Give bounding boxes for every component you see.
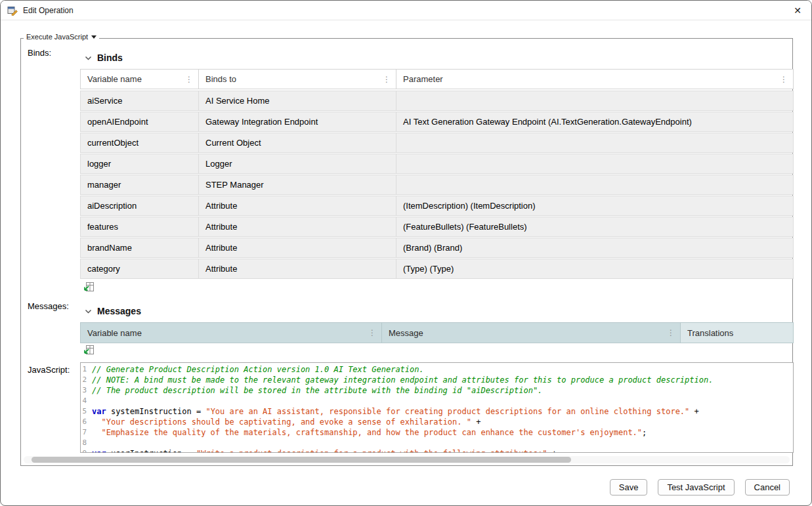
cell-variable[interactable]: openAIEndpoint (80, 112, 199, 132)
table-row[interactable]: currentObjectCurrent Object (80, 133, 794, 153)
cell-parameter[interactable]: (ItemDescription) (ItemDescription) (396, 196, 794, 216)
column-menu-icon[interactable]: ⋮ (776, 75, 788, 84)
close-icon[interactable]: ✕ (788, 2, 807, 19)
editor-line[interactable]: 7 "Emphasize the quality of the material… (81, 427, 793, 438)
code-text: var systemInstruction = "You are an AI a… (92, 406, 699, 417)
test-javascript-button[interactable]: Test JavaScript (658, 479, 734, 495)
cell-binds_to[interactable]: Logger (199, 154, 396, 174)
binds-column-header[interactable]: Binds to⋮ (199, 69, 396, 89)
cell-variable[interactable]: features (80, 217, 199, 237)
table-row[interactable]: aiDescriptionAttribute(ItemDescription) … (80, 196, 794, 216)
messages-column-header[interactable]: Message⋮ (382, 322, 681, 343)
cell-parameter[interactable]: AI Text Generation Gateway Endpoint (AI.… (396, 112, 794, 132)
editor-line[interactable]: 4 (81, 396, 793, 406)
column-menu-icon[interactable]: ⋮ (364, 328, 376, 337)
binds-column-header[interactable]: Parameter⋮ (396, 69, 794, 89)
line-number: 9 (81, 448, 92, 453)
cell-variable[interactable]: aiService (80, 91, 199, 111)
table-row[interactable]: featuresAttribute(FeatureBullets) (Featu… (80, 217, 794, 237)
chevron-down-icon (91, 35, 96, 39)
editor-line[interactable]: 9var userInstruction = "Write a product … (81, 448, 793, 453)
edit-operation-dialog: Edit Operation ✕ Execute JavaScript Bind… (0, 0, 812, 506)
cell-parameter[interactable] (396, 91, 794, 111)
cell-variable[interactable]: manager (80, 175, 199, 195)
code-text: // Generate Product Description Action v… (92, 364, 424, 375)
messages-section-toggle[interactable]: Messages (85, 306, 141, 316)
table-row[interactable]: categoryAttribute(Type) (Type) (80, 259, 794, 279)
cell-parameter[interactable]: (Type) (Type) (396, 259, 794, 279)
column-menu-icon[interactable]: ⋮ (663, 328, 675, 337)
binds-field-label: Binds: (28, 48, 51, 58)
cell-binds_to[interactable]: STEP Manager (199, 175, 396, 195)
cell-binds_to[interactable]: Attribute (199, 238, 396, 258)
cancel-button[interactable]: Cancel (745, 479, 790, 495)
column-header-label: Binds to (205, 74, 236, 84)
operation-type-dropdown[interactable]: Execute JavaScript (24, 33, 99, 41)
table-row[interactable]: loggerLogger (80, 154, 794, 174)
line-number: 8 (81, 438, 92, 448)
window-title: Edit Operation (23, 6, 74, 15)
cell-binds_to[interactable]: Attribute (199, 217, 396, 237)
editor-line[interactable]: 6 "Your descriptions should be captivati… (81, 417, 793, 427)
javascript-editor[interactable]: 1// Generate Product Description Action … (80, 362, 794, 453)
line-number: 7 (81, 427, 92, 438)
binds-section-toggle[interactable]: Binds (85, 53, 123, 63)
chevron-down-icon (85, 309, 92, 314)
line-number: 1 (81, 364, 92, 375)
binds-table-header: Variable name⋮Binds to⋮Parameter⋮ (80, 69, 794, 89)
line-number: 3 (81, 385, 92, 396)
line-number: 2 (81, 375, 92, 385)
messages-column-header[interactable]: Variable name⋮ (80, 322, 382, 343)
cell-binds_to[interactable]: AI Service Home (199, 91, 396, 111)
open-table-editor-icon[interactable] (83, 282, 95, 293)
code-text: // NOTE: A bind must be made to the rele… (92, 375, 713, 385)
cell-binds_to[interactable]: Attribute (199, 259, 396, 279)
cell-binds_to[interactable]: Gateway Integration Endpoint (199, 112, 396, 132)
table-row[interactable]: aiServiceAI Service Home (80, 91, 794, 111)
editor-line[interactable]: 8 (81, 438, 793, 448)
code-text (92, 396, 96, 406)
cell-parameter[interactable] (396, 154, 794, 174)
table-row[interactable]: managerSTEP Manager (80, 175, 794, 195)
editor-line[interactable]: 3// The product description will be stor… (81, 385, 793, 396)
footer: Save Test JavaScript Cancel (610, 479, 790, 495)
editor-line[interactable]: 1// Generate Product Description Action … (81, 364, 793, 375)
save-button[interactable]: Save (610, 479, 648, 495)
table-row[interactable]: openAIEndpointGateway Integration Endpoi… (80, 112, 794, 132)
column-header-label: Variable name (87, 328, 142, 338)
column-menu-icon[interactable]: ⋮ (379, 75, 391, 84)
cell-variable[interactable]: logger (80, 154, 199, 174)
binds-section-title: Binds (97, 53, 123, 63)
code-text: "Emphasize the quality of the materials,… (92, 427, 647, 438)
cell-parameter[interactable] (396, 133, 794, 153)
chevron-down-icon (85, 56, 92, 60)
operation-panel: Execute JavaScript Binds: Messages: Java… (20, 38, 793, 466)
messages-field-label: Messages: (28, 301, 69, 311)
cell-variable[interactable]: category (80, 259, 199, 279)
table-row[interactable]: brandNameAttribute(Brand) (Brand) (80, 238, 794, 258)
line-number: 4 (81, 396, 92, 406)
column-menu-icon[interactable]: ⋮ (181, 75, 193, 84)
editor-line[interactable]: 5var systemInstruction = "You are an AI … (81, 406, 793, 417)
cell-binds_to[interactable]: Current Object (199, 133, 396, 153)
scrollbar-thumb[interactable] (32, 457, 571, 463)
cell-parameter[interactable]: (FeatureBullets) (FeatureBullets) (396, 217, 794, 237)
column-header-label: Translations (687, 328, 733, 338)
editor-line[interactable]: 2// NOTE: A bind must be made to the rel… (81, 375, 793, 385)
cell-binds_to[interactable]: Attribute (199, 196, 396, 216)
cell-variable[interactable]: currentObject (80, 133, 199, 153)
horizontal-scrollbar[interactable] (24, 456, 790, 463)
open-table-editor-icon[interactable] (83, 345, 95, 356)
cell-variable[interactable]: aiDescription (80, 196, 199, 216)
line-number: 6 (81, 417, 92, 427)
binds-table-body: aiServiceAI Service HomeopenAIEndpointGa… (80, 91, 794, 279)
code-text: "Your descriptions should be captivating… (92, 417, 481, 427)
messages-table: Variable name⋮Message⋮Translations (80, 322, 794, 345)
javascript-field-label: JavaScript: (28, 365, 70, 375)
column-header-label: Message (389, 328, 423, 338)
cell-parameter[interactable]: (Brand) (Brand) (396, 238, 794, 258)
cell-variable[interactable]: brandName (80, 238, 199, 258)
binds-column-header[interactable]: Variable name⋮ (80, 69, 199, 89)
messages-column-header[interactable]: Translations (681, 322, 794, 343)
cell-parameter[interactable] (396, 175, 794, 195)
